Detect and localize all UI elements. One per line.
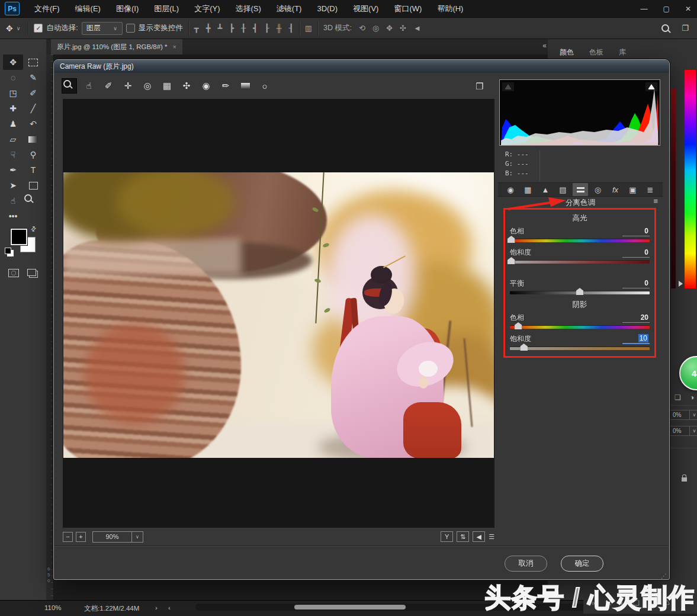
transform-tool[interactable]: ▦ (160, 79, 174, 93)
before-after-view-button[interactable]: Y (441, 531, 453, 542)
eyedropper-tool[interactable]: ✐ (23, 85, 43, 101)
menu-item[interactable]: 帮助(H) (429, 0, 471, 18)
preview-area[interactable] (63, 99, 494, 528)
maximize-button[interactable]: ▢ (663, 5, 670, 13)
menu-item[interactable]: 选择(S) (227, 0, 268, 18)
zoom-level-dropdown[interactable]: 90% ∨ (92, 531, 143, 543)
default-colors-icon[interactable] (5, 248, 11, 254)
dialog-title-bar[interactable]: Camera Raw (原片.jpg) (54, 60, 669, 73)
chevron-down-icon[interactable]: ∨ (690, 426, 697, 436)
document-tab[interactable]: 原片.jpg @ 110% (图层 1, RGB/8#) * × (51, 39, 182, 54)
eraser-tool[interactable]: ▱ (3, 131, 23, 147)
menu-item[interactable]: 图像(I) (108, 0, 146, 18)
chevron-down-icon[interactable]: ∨ (690, 410, 697, 420)
quick-mask-icon[interactable] (8, 269, 19, 277)
more-tools[interactable]: ••• (3, 208, 23, 224)
3d-roll-icon[interactable]: ◎ (372, 24, 379, 33)
tab-split-toning[interactable] (573, 183, 588, 196)
panel-menu-icon[interactable]: ≡ (653, 197, 658, 206)
collapse-panels-icon[interactable]: « (542, 41, 547, 50)
slider-thumb[interactable] (576, 288, 584, 295)
foreground-color-swatch[interactable] (11, 229, 27, 245)
auto-select-dropdown[interactable]: 图层 ∨ (82, 22, 123, 35)
zoom-tool[interactable] (23, 193, 43, 208)
menu-item[interactable]: 编辑(E) (68, 0, 108, 18)
3d-orbit-icon[interactable]: ⟲ (359, 24, 365, 33)
tab-hsl[interactable]: ▤ (555, 183, 571, 196)
tab-tone-curve[interactable]: ▦ (521, 183, 536, 196)
path-selection-tool[interactable]: ➤ (3, 178, 23, 193)
slider-thumb[interactable] (520, 344, 528, 351)
zoom-out-button[interactable]: − (63, 532, 73, 542)
auto-select-checkbox[interactable]: ✓ (34, 24, 43, 33)
smudge-tool[interactable]: ☟ (3, 147, 23, 162)
slider-value-field[interactable]: 20 (622, 313, 650, 323)
history-brush-tool[interactable]: ↶ (23, 116, 43, 131)
balance-slider-track[interactable] (510, 291, 650, 294)
menu-item[interactable]: 滤镜(T) (269, 0, 310, 18)
menu-item[interactable]: 图层(L) (146, 0, 187, 18)
opacity-control[interactable]: 0% ∨ (670, 410, 697, 420)
cancel-button[interactable]: 取消 (505, 556, 547, 572)
lasso-tool[interactable]: ◌ (3, 70, 23, 85)
hue-slider-track[interactable] (510, 239, 650, 242)
blend-clip-icon[interactable]: ◑ (690, 393, 694, 402)
slider-value-field[interactable]: 0 (622, 248, 650, 258)
type-tool[interactable]: T (23, 162, 43, 178)
graduated-filter-tool[interactable] (238, 79, 252, 93)
chevron-down-icon[interactable]: ∨ (17, 25, 21, 31)
pen-tool[interactable]: ✒ (3, 162, 23, 178)
adjustment-brush-tool[interactable]: ✏ (219, 79, 233, 93)
hue-ramp-strip[interactable] (685, 70, 696, 288)
3d-pan-icon[interactable]: ✥ (386, 24, 393, 33)
quick-selection-tool[interactable]: ✎ (23, 70, 43, 85)
hue-slider-track[interactable] (510, 326, 650, 329)
menu-item[interactable]: 文字(Y) (187, 0, 227, 18)
clone-stamp-tool[interactable]: ♟ (3, 116, 23, 131)
3d-slide-icon[interactable]: ✣ (400, 24, 406, 33)
opacity-value[interactable]: 0% (670, 410, 690, 420)
align-left-icon[interactable]: ┣ (229, 24, 234, 33)
minimize-button[interactable]: — (641, 5, 648, 13)
dist-hcenter-icon[interactable]: ╫ (277, 24, 282, 33)
show-transform-checkbox[interactable] (126, 24, 135, 33)
tab-camera-calibration[interactable]: ▣ (625, 183, 641, 196)
zoom-in-button[interactable]: + (76, 532, 86, 542)
3d-camera-icon[interactable]: ◄ (413, 24, 421, 33)
ps-logo[interactable]: Ps (5, 2, 20, 15)
menu-item[interactable]: 文件(F) (27, 0, 68, 18)
dodge-tool[interactable]: ⚲ (23, 147, 43, 162)
slider-value-field[interactable]: 0 (622, 227, 650, 236)
align-right-icon[interactable]: ┫ (253, 24, 258, 33)
zoom-tool[interactable] (62, 79, 76, 93)
fill-value[interactable]: 0% (670, 426, 690, 436)
slider-value-field[interactable]: 0 (622, 279, 650, 288)
marquee-tool[interactable] (23, 54, 43, 70)
saturation-slider-track[interactable] (510, 347, 650, 350)
hand-tool[interactable]: ☝ (3, 193, 23, 208)
close-tab-icon[interactable]: × (173, 43, 176, 50)
radial-filter-tool[interactable]: ○ (258, 79, 272, 93)
panel-tab[interactable]: 色板 (589, 48, 603, 56)
preview-preferences-button[interactable]: ☰ (489, 533, 494, 541)
red-eye-tool[interactable]: ◉ (199, 79, 213, 93)
slider-thumb[interactable] (508, 257, 515, 264)
horizontal-scrollbar-thumb[interactable] (294, 605, 406, 609)
resize-grip[interactable]: ⋰ (661, 573, 667, 579)
tab-detail[interactable]: ▲ (538, 183, 553, 196)
panel-tab[interactable]: 颜色 (560, 48, 574, 56)
color-sampler-tool[interactable]: ✛ (121, 79, 135, 93)
swap-settings-button[interactable]: ⇅ (457, 531, 469, 542)
tab-effects[interactable]: fx (608, 183, 623, 196)
tab-basic[interactable]: ◉ (503, 183, 518, 196)
screen-mode-icon[interactable] (27, 269, 36, 276)
tab-presets[interactable]: ≣ (643, 183, 658, 196)
shape-tool[interactable] (23, 178, 43, 193)
menu-item[interactable]: 窗口(W) (386, 0, 429, 18)
hand-tool[interactable]: ☝ (82, 79, 96, 93)
close-button[interactable]: ✕ (685, 5, 691, 13)
blend-mode-icon[interactable]: ❏ (674, 393, 681, 402)
dist-right-icon[interactable]: ┨ (289, 24, 294, 33)
ok-button[interactable]: 确定 (561, 556, 603, 572)
workspace-icon[interactable]: ❐ (682, 24, 689, 33)
